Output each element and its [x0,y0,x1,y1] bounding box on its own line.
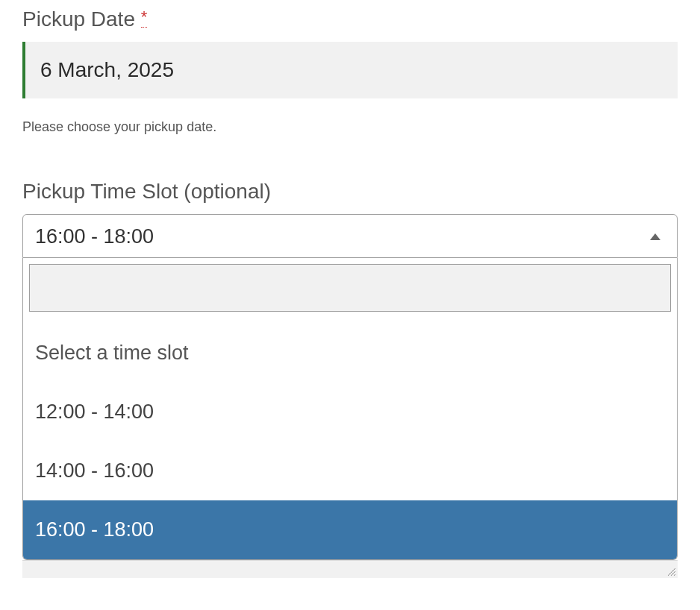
pickup-time-section: Pickup Time Slot (optional) 16:00 - 18:0… [22,180,678,578]
time-option-1200-1400[interactable]: 12:00 - 14:00 [23,383,677,441]
pickup-date-value: 6 March, 2025 [40,58,174,81]
pickup-time-dropdown: Select a time slot 12:00 - 14:00 14:00 -… [22,258,678,560]
pickup-time-select-display[interactable]: 16:00 - 18:00 [22,214,678,258]
resize-strip [22,560,678,578]
pickup-date-input[interactable]: 6 March, 2025 [22,42,678,98]
resize-grip-icon[interactable] [666,566,676,576]
pickup-time-selected-value: 16:00 - 18:00 [35,225,154,248]
pickup-date-help: Please choose your pickup date. [22,119,678,135]
chevron-up-icon [650,233,660,240]
time-option-1600-1800[interactable]: 16:00 - 18:00 [23,500,677,559]
pickup-time-select: 16:00 - 18:00 Select a time slot 12:00 -… [22,214,678,578]
time-option-placeholder[interactable]: Select a time slot [23,324,677,383]
pickup-date-label: Pickup Date * [22,7,678,31]
pickup-date-label-text: Pickup Date [22,7,135,31]
required-asterisk: * [141,7,148,28]
form-page: Pickup Date * 6 March, 2025 Please choos… [0,0,700,610]
time-option-1400-1600[interactable]: 14:00 - 16:00 [23,441,677,500]
dropdown-search-input[interactable] [29,264,671,312]
pickup-time-label: Pickup Time Slot (optional) [22,180,678,204]
dropdown-search-area [23,258,677,318]
svg-line-2 [674,574,675,576]
